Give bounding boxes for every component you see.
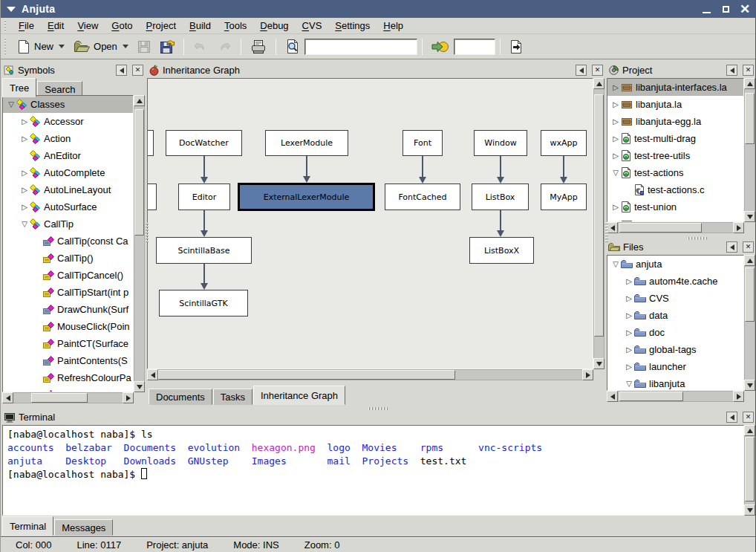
scroll-up-icon[interactable] xyxy=(744,255,755,266)
symbol-item-paintcontents-s[interactable]: PaintContents(S xyxy=(3,352,133,369)
scroll-right-icon[interactable] xyxy=(123,392,134,403)
save-all-button[interactable] xyxy=(155,36,179,56)
scrollbar-trough[interactable] xyxy=(618,222,733,233)
project-item-test-tree-utils[interactable]: ▷test-tree-utils xyxy=(607,147,743,164)
window-menu-icon[interactable] xyxy=(5,3,17,15)
expander-closed-icon[interactable]: ▷ xyxy=(19,204,30,211)
expander-closed-icon[interactable]: ▷ xyxy=(610,101,621,108)
expander-closed-icon[interactable]: ▷ xyxy=(610,204,621,211)
project-item-libanjuta-egg-la[interactable]: ▷libanjuta-egg.la xyxy=(607,113,743,130)
file-item-anjuta[interactable]: ▽anjuta xyxy=(607,256,743,273)
menu-item-cvs[interactable]: CVS xyxy=(296,19,329,33)
open-button[interactable]: Open xyxy=(69,37,133,56)
symbol-item-calltip-const-ca[interactable]: CallTip(const Ca xyxy=(3,233,133,250)
titlebar[interactable]: Anjuta ✕ xyxy=(1,0,755,18)
print-button[interactable] xyxy=(246,36,271,57)
scrollbar-trough[interactable] xyxy=(744,89,755,211)
maximize-icon[interactable] xyxy=(720,3,731,15)
project-item-libanjuta-interfaces-la[interactable]: ▷libanjuta-interfaces.la xyxy=(607,79,743,96)
minimize-icon[interactable] xyxy=(700,3,712,15)
project-close-button[interactable]: ✕ xyxy=(743,65,754,76)
menu-item-debug[interactable]: Debug xyxy=(253,19,295,33)
graph-node-externallexermodule[interactable]: ExternalLexerModule xyxy=(238,183,375,211)
scroll-down-icon[interactable] xyxy=(744,504,755,516)
symbol-item-mouseclick-poin[interactable]: MouseClick(Poin xyxy=(3,318,133,335)
file-item-data[interactable]: ▷data xyxy=(607,307,743,324)
scrollbar-trough[interactable] xyxy=(744,436,755,504)
symbols-tab-tree[interactable]: Tree xyxy=(2,78,36,97)
scrollbar-thumb[interactable] xyxy=(158,370,455,380)
scroll-left-icon[interactable] xyxy=(607,391,618,402)
symbol-item-drawchunk-surf[interactable]: DrawChunk(Surf xyxy=(3,301,133,318)
editor-tab-documents[interactable]: Documents xyxy=(149,389,212,405)
scroll-left-icon[interactable] xyxy=(147,369,158,380)
scrollbar-trough[interactable] xyxy=(134,106,145,381)
menu-item-project[interactable]: Project xyxy=(140,19,183,33)
expander-closed-icon[interactable]: ▷ xyxy=(610,135,621,143)
file-item-cvs[interactable]: ▷CVS xyxy=(607,290,743,307)
scroll-left-icon[interactable] xyxy=(607,222,618,233)
scroll-up-icon[interactable] xyxy=(593,78,605,89)
graph-node-editor[interactable]: Editor xyxy=(178,184,230,210)
file-item-global-tags[interactable]: ▷global-tags xyxy=(607,341,743,358)
project-item-libanjuta-la[interactable]: ▷libanjuta.la xyxy=(607,96,743,113)
goto-line-input[interactable] xyxy=(454,39,495,55)
menu-item-settings[interactable]: Settings xyxy=(328,19,377,33)
expander-open-icon[interactable]: ▽ xyxy=(624,380,634,388)
menu-item-goto[interactable]: Goto xyxy=(105,19,139,33)
graph-node-font[interactable]: Font xyxy=(403,130,443,156)
symbol-item-classes[interactable]: ▽Classes xyxy=(3,96,133,113)
symbol-item-accessor[interactable]: ▷Accessor xyxy=(3,113,133,130)
scrollbar-thumb[interactable] xyxy=(745,267,755,322)
scroll-right-icon[interactable] xyxy=(582,369,593,380)
scrollbar-thumb[interactable] xyxy=(745,437,755,501)
close-icon[interactable]: ✕ xyxy=(739,3,751,15)
scrollbar-trough[interactable] xyxy=(744,266,755,380)
graph-node-myapp[interactable]: MyApp xyxy=(541,184,587,210)
horizontal-scrollbar[interactable] xyxy=(607,222,744,233)
file-item-doc[interactable]: ▷doc xyxy=(607,324,743,341)
scrollbar-thumb[interactable] xyxy=(134,109,144,236)
scroll-up-icon[interactable] xyxy=(134,95,145,106)
undo-button[interactable] xyxy=(189,37,212,56)
expander-closed-icon[interactable]: ▷ xyxy=(610,152,621,160)
project-item-test-union[interactable]: ▷test-union xyxy=(607,198,743,215)
splitter-project-files[interactable] xyxy=(688,237,707,240)
scrollbar-thumb[interactable] xyxy=(745,93,755,144)
expander-closed-icon[interactable]: ▷ xyxy=(19,135,30,143)
find-button[interactable] xyxy=(281,36,304,57)
expander-closed-icon[interactable]: ▷ xyxy=(624,278,634,285)
splitter-symbols-center[interactable] xyxy=(146,223,149,242)
project-item-test-actions-c[interactable]: test-actions.c xyxy=(607,181,743,198)
scroll-down-icon[interactable] xyxy=(744,211,755,222)
message-pane-tab-messages[interactable]: Messages xyxy=(54,519,113,536)
new-dropdown-icon[interactable] xyxy=(59,45,65,48)
graph-dock-button[interactable] xyxy=(576,65,587,76)
scrollbar-thumb[interactable] xyxy=(31,393,88,403)
expander-closed-icon[interactable]: ▷ xyxy=(624,346,634,354)
expander-closed-icon[interactable]: ▷ xyxy=(19,118,30,126)
open-dropdown-icon[interactable] xyxy=(123,45,128,48)
menu-item-view[interactable]: View xyxy=(71,19,105,33)
toolbar-grip[interactable] xyxy=(4,38,8,55)
vertical-scrollbar[interactable] xyxy=(134,95,145,392)
symbols-dock-button[interactable] xyxy=(116,65,127,76)
expander-open-icon[interactable]: ▽ xyxy=(610,261,621,268)
symbol-item-autocomplete[interactable]: ▷AutoComplete xyxy=(3,164,133,181)
symbol-item-paintct-surface[interactable]: PaintCT(Surface xyxy=(3,335,133,352)
graph-node-item[interactable] xyxy=(147,184,157,210)
file-item-libanjuta[interactable]: ▽libanjuta xyxy=(607,375,743,391)
project-dock-button[interactable] xyxy=(726,65,737,76)
symbol-item-calltipstart-int-p[interactable]: CallTipStart(int p xyxy=(3,284,133,301)
expander-closed-icon[interactable]: ▷ xyxy=(624,312,634,319)
project-item-item[interactable] xyxy=(607,215,743,222)
scrollbar-trough[interactable] xyxy=(13,392,123,403)
expander-closed-icon[interactable]: ▷ xyxy=(610,118,621,126)
vertical-scrollbar[interactable] xyxy=(744,78,755,222)
file-item-launcher[interactable]: ▷launcher xyxy=(607,358,743,375)
graph-node-scintillagtk[interactable]: ScintillaGTK xyxy=(159,290,248,316)
redo-button[interactable] xyxy=(212,37,236,56)
scroll-down-icon[interactable] xyxy=(593,358,605,369)
symbol-item-autosurface[interactable]: ▷AutoSurface xyxy=(3,198,133,215)
expander-closed-icon[interactable]: ▷ xyxy=(624,295,634,302)
